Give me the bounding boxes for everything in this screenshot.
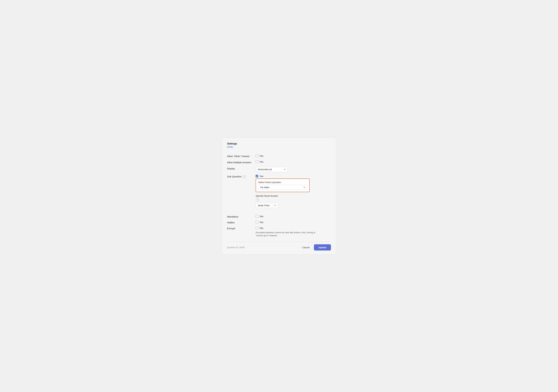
allow-multiple-answers-row: Yes (256, 160, 263, 163)
parent-answer-dropdown-arrow[interactable] (272, 204, 278, 207)
sub-question-yes: Yes (260, 175, 263, 177)
parent-answer-value: Steak Frites (256, 203, 272, 208)
allow-multiple-answers-value: Yes (256, 160, 331, 164)
display-value: Horizontal List Vertical List Dropdown (256, 167, 331, 172)
hidden-label: Hidden (227, 221, 256, 224)
hidden-yes: Yes (260, 221, 263, 224)
settings-title: Settings (227, 142, 331, 145)
select-parent-question-label: Select Parent Question (258, 181, 307, 183)
hidden-row: Yes (256, 221, 263, 224)
footer-actions: Cancel Update (300, 244, 331, 250)
display-select[interactable]: Horizontal List Vertical List Dropdown (256, 167, 288, 172)
sub-question-label: Sub Question ? (227, 175, 256, 208)
settings-grid: Allow "Other" Answer Yes Allow Multiple … (227, 155, 331, 237)
allow-multiple-answers-label: Allow Multiple Answers (227, 160, 256, 164)
hidden-checkbox[interactable] (256, 221, 258, 223)
spacer-2 (256, 211, 331, 212)
encrypt-checkbox[interactable] (256, 227, 258, 229)
mandatory-label: Mandatory (227, 215, 256, 218)
cancel-button[interactable]: Cancel (300, 245, 311, 250)
allow-multiple-answers-yes: Yes (260, 160, 263, 163)
allow-other-answer-row: Yes (256, 155, 263, 157)
sub-question-checkbox-row: Yes (256, 175, 263, 177)
sub-question-value: Yes Select Parent Question For Main: Spe… (256, 175, 331, 208)
encrypt-label: Encrypt (227, 227, 256, 237)
encrypt-row: Yes (256, 227, 263, 229)
allow-other-answer-label: Allow "Other" Answer (227, 155, 256, 158)
hidden-value: Yes (256, 221, 331, 224)
mandatory-checkbox[interactable] (256, 215, 258, 217)
mandatory-row: Yes (256, 215, 263, 218)
spacer-1 (227, 211, 256, 212)
display-label: Display (227, 167, 256, 172)
select-parent-question-box: Select Parent Question For Main: (256, 178, 310, 192)
update-button[interactable]: Update (314, 244, 331, 250)
settings-panel: Settings (Hide) Allow "Other" Answer Yes… (222, 138, 336, 254)
question-id: Question ID: 34281 (227, 246, 245, 249)
specify-parent-answer-help-icon[interactable]: ? (256, 198, 259, 202)
parent-question-select[interactable]: For Main: (258, 185, 307, 190)
footer: Question ID: 34281 Cancel Update (227, 242, 331, 250)
encrypt-note: Encrypted questions cannot be used with … (256, 231, 319, 237)
specify-parent-answer-section: Specify Parent Answer ? Steak Frites (256, 195, 278, 208)
sub-question-checkbox[interactable] (256, 175, 258, 177)
hide-link[interactable]: (Hide) (227, 146, 233, 148)
encrypt-yes: Yes (260, 227, 263, 229)
sub-question-help-icon[interactable]: ? (243, 175, 246, 179)
allow-multiple-answers-checkbox[interactable] (256, 160, 258, 163)
mandatory-value: Yes (256, 215, 331, 218)
specify-parent-answer-label: Specify Parent Answer (256, 195, 278, 197)
allow-other-answer-value: Yes (256, 155, 331, 158)
allow-other-answer-checkbox[interactable] (256, 155, 258, 157)
encrypt-value: Yes Encrypted questions cannot be used w… (256, 227, 331, 237)
mandatory-yes: Yes (260, 215, 263, 218)
parent-answer-dropdown: Steak Frites (256, 203, 278, 208)
allow-other-answer-yes: Yes (260, 155, 263, 157)
